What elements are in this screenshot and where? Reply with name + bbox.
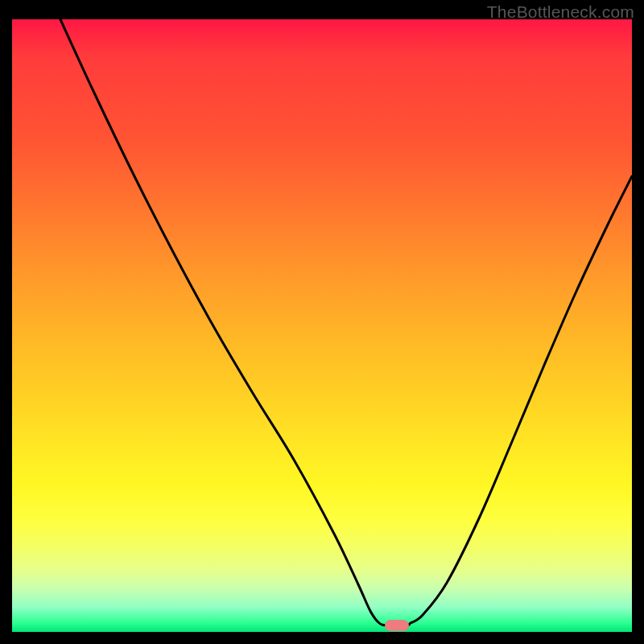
bottleneck-marker [385, 620, 409, 631]
bottleneck-curve [12, 19, 632, 632]
chart-frame: TheBottleneck.com [0, 0, 644, 644]
plot-area [12, 19, 632, 632]
